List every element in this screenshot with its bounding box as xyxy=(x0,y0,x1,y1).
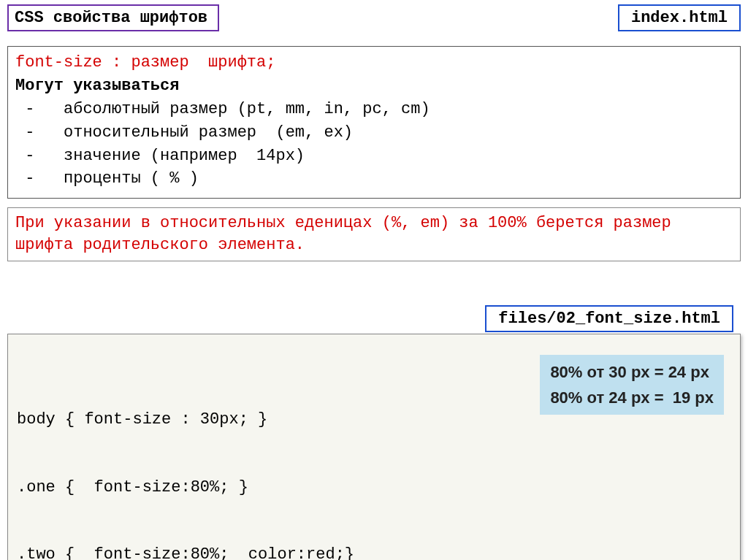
file-label-example: files/02_font_size.html xyxy=(485,305,733,332)
desc-line-4: - относительный размер (em, ex) xyxy=(15,121,733,145)
code-block: 80% от 30 px = 24 px 80% от 24 px = 19 p… xyxy=(7,334,741,560)
desc-line-2: Могут указываться xyxy=(15,74,733,98)
desc-line-5: - значение (например 14px) xyxy=(15,145,733,168)
note-box: При указании в относительных еденицах (%… xyxy=(7,207,741,261)
description-box: font-size : размер шрифта; Могут указыва… xyxy=(7,46,741,199)
code-line-3: .two { font-size:80%; color:red;} xyxy=(17,544,731,560)
desc-line-3: - абсолютный размер (pt, mm, in, pc, cm) xyxy=(15,98,733,121)
page-title: CSS свойства шрифтов xyxy=(7,4,219,31)
desc-line-1: font-size : размер шрифта; xyxy=(15,51,733,74)
calc-line-2: 80% от 24 px = 19 px xyxy=(550,388,714,407)
calc-line-1: 80% от 30 px = 24 px xyxy=(550,363,709,381)
file-label-index: index.html xyxy=(618,4,741,31)
code-line-2: .one { font-size:80%; } xyxy=(17,477,731,499)
calculation-box: 80% от 30 px = 24 px 80% от 24 px = 19 p… xyxy=(540,355,724,415)
desc-line-6: - проценты ( % ) xyxy=(15,167,733,191)
